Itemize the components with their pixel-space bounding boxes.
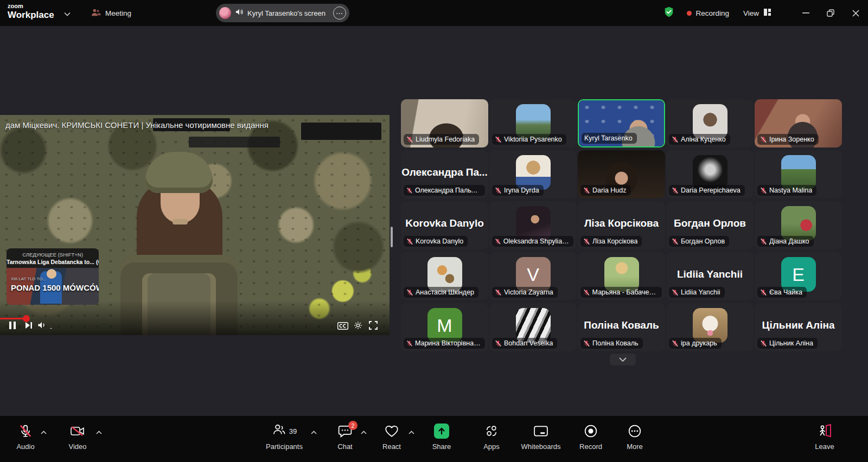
close-icon[interactable] — [843, 0, 868, 26]
shared-screen-video[interactable]: дам Міцкевич. КРИМСЬКІ СОНЕТИ | Унікальн… — [0, 115, 390, 335]
pause-icon[interactable] — [9, 321, 16, 330]
participant-tile[interactable]: Олександра Па...Олександра Пальчик... — [401, 150, 488, 198]
share-button[interactable]: Share — [425, 424, 458, 451]
view-button[interactable]: View — [743, 8, 771, 18]
shared-screen-title: Kyryl Tarasenko's screen — [247, 9, 329, 17]
more-button[interactable]: More — [618, 424, 651, 451]
chat-unread-badge: 2 — [348, 421, 358, 430]
participant-tile[interactable]: Kyryl Tarasenko — [578, 99, 665, 147]
react-options-chevron[interactable] — [407, 429, 416, 435]
participant-tile[interactable]: Korovka DanyloKorovka Danylo — [401, 201, 488, 249]
fullscreen-icon[interactable] — [369, 321, 378, 330]
video-off-icon — [70, 424, 85, 439]
participant-tile[interactable]: Діана Дашко — [755, 201, 842, 249]
player-bottom-shade — [0, 300, 390, 335]
participant-tile[interactable]: Daria Perepichaeva — [666, 150, 754, 198]
video-options-chevron[interactable] — [94, 429, 103, 435]
participant-name-label: Єва Чайка — [757, 287, 807, 298]
mic-muted-icon — [672, 340, 679, 347]
participants-icon — [272, 424, 286, 439]
participant-tile[interactable]: Lidiia YanchiiLidiia Yanchii — [666, 252, 754, 300]
record-button[interactable]: Record — [574, 424, 608, 451]
next-track-icon[interactable] — [25, 322, 33, 329]
participant-tile[interactable]: Поліна КовальПоліна Коваль — [578, 303, 665, 351]
restore-button[interactable] — [818, 0, 843, 26]
audio-options-chevron[interactable] — [39, 429, 48, 435]
titlebar: zoom Workplace Meeting Kyryl Tarasenko's… — [0, 0, 868, 26]
audio-button[interactable]: Audio — [10, 424, 41, 451]
participant-tile[interactable]: Ліза КорсіковаЛіза Корсікова — [578, 201, 665, 249]
participant-tile[interactable]: MМарина Вікторівна М... — [401, 303, 488, 351]
pill-more-button[interactable]: ⋯ — [333, 7, 346, 20]
leave-button[interactable]: Leave — [807, 424, 842, 451]
participant-tile[interactable]: Аліна Куценко — [666, 99, 754, 147]
scroll-more-participants-button[interactable] — [610, 354, 636, 365]
mic-muted-icon — [18, 424, 33, 439]
participant-display-name: Богдан Орлов — [666, 217, 754, 229]
participant-display-name: Цільник Аліна — [755, 319, 842, 331]
shared-screen-pill[interactable]: Kyryl Tarasenko's screen ⋯ — [216, 4, 349, 22]
participant-tile[interactable]: Iryna Dyrda — [489, 150, 577, 198]
chat-label: Chat — [337, 442, 352, 451]
participant-tile[interactable]: Oleksandra Shpyliakova — [489, 201, 577, 249]
participant-tile[interactable]: Богдан ОрловБогдан Орлов — [666, 201, 754, 249]
mic-muted-icon — [406, 238, 413, 245]
participant-name-label: Viktoriia Pysarenko — [492, 134, 566, 145]
participant-name-label: Oleksandra Shpyliakova — [492, 236, 573, 247]
mic-muted-icon — [495, 136, 502, 143]
player-progress-bar[interactable] — [0, 318, 26, 319]
participant-tile[interactable]: Liudmyla Fedoriaka — [401, 99, 488, 147]
chat-options-chevron[interactable] — [359, 429, 368, 435]
participant-tile[interactable]: Daria Hudz — [578, 150, 665, 198]
next-video-thumbnail: XIII LAT TLD TO... PONAD 1500 MÓWCÓW — [7, 268, 99, 305]
apps-button[interactable]: Apps — [475, 424, 508, 451]
participant-tile[interactable]: Марьяна - Бабаченко — [578, 252, 665, 300]
participant-tile[interactable]: Цільник АлінаЦільник Аліна — [755, 303, 842, 351]
participants-options-chevron[interactable] — [309, 429, 318, 435]
participant-name-label: Lidiia Yanchii — [669, 287, 725, 298]
panel-resize-handle[interactable] — [391, 227, 393, 247]
mic-muted-icon — [672, 238, 679, 245]
participant-tile[interactable]: Анастасія Шкіндер — [401, 252, 488, 300]
heart-icon — [385, 424, 399, 439]
participant-name-label: Богдан Орлов — [669, 236, 729, 247]
react-button[interactable]: React — [375, 424, 408, 451]
workspace-chevron-icon[interactable] — [64, 9, 71, 18]
leave-door-icon — [817, 424, 832, 439]
participants-count: 39 — [289, 427, 297, 435]
participant-name-label: Iryna Dyrda — [492, 185, 544, 196]
record-label: Record — [579, 442, 602, 451]
chat-button[interactable]: 2 Chat — [329, 424, 361, 451]
participant-name-label: Victoria Zayarna — [492, 287, 558, 298]
logo-zoom-text: zoom — [8, 3, 54, 9]
participant-name-label: Поліна Коваль — [580, 338, 643, 349]
thumb-caption: XIII LAT TLD TO... — [11, 277, 46, 281]
whiteboards-button[interactable]: Whiteboards — [514, 424, 567, 451]
blurred-region — [189, 137, 280, 147]
video-button[interactable]: Video — [61, 424, 94, 451]
leave-label: Leave — [815, 442, 834, 451]
more-label: More — [627, 442, 643, 451]
settings-gear-icon[interactable] — [354, 321, 362, 330]
next-video-card[interactable]: СЛЕДУЮЩЕЕ (SHIFT+N) Tarnowska Liga Debat… — [7, 248, 99, 305]
volume-icon[interactable] — [37, 321, 47, 329]
participant-name-label: Діана Дашко — [757, 236, 814, 247]
speaker-person-strap — [173, 219, 188, 224]
participants-button[interactable]: 39 Participants — [259, 424, 309, 451]
participant-tile[interactable]: іра друкарь — [666, 303, 754, 351]
participant-tile[interactable]: Ірина Зоренко — [755, 99, 842, 147]
participant-name-label: Анастасія Шкіндер — [404, 287, 478, 298]
minimize-button[interactable] — [793, 0, 818, 26]
security-shield-icon[interactable] — [663, 6, 675, 20]
participant-name-label: Марьяна - Бабаченко — [580, 287, 662, 298]
share-label: Share — [432, 442, 451, 451]
participant-tile[interactable]: EЄва Чайка — [755, 252, 842, 300]
participant-display-name: Ліза Корсікова — [578, 217, 665, 229]
captions-icon[interactable] — [337, 322, 348, 330]
participant-tile[interactable]: Viktoriia Pysarenko — [489, 99, 577, 147]
tab-meeting[interactable]: Meeting — [87, 5, 136, 21]
participant-tile[interactable]: Bohdan Veselka — [489, 303, 577, 351]
recording-indicator[interactable]: Recording — [687, 9, 729, 17]
participant-tile[interactable]: VVictoria Zayarna — [489, 252, 577, 300]
participant-tile[interactable]: Nastya Malina — [755, 150, 842, 198]
